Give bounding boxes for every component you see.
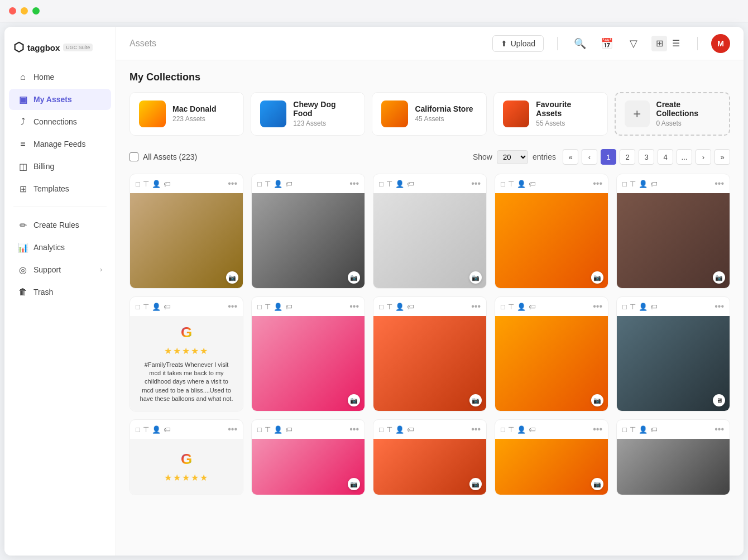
prev-page-button[interactable]: ‹ <box>582 149 597 165</box>
separator2 <box>697 37 698 50</box>
upload-button[interactable]: ⬆ Upload <box>492 35 544 52</box>
collection-chewy[interactable]: Chewy Dog Food 123 Assets <box>251 92 365 136</box>
asset-icons: □ ⊤ 👤 🏷 <box>501 425 536 434</box>
asset-icon-1: □ <box>379 303 383 311</box>
calendar-icon[interactable]: 📅 <box>598 35 616 52</box>
asset-header: □ ⊤ 👤 🏷 ••• <box>252 297 365 316</box>
asset-icon-2: ⊤ <box>386 180 392 188</box>
asset-icon-2: ⊤ <box>508 180 514 188</box>
grid-view-icon[interactable]: ⊞ <box>651 36 667 51</box>
more-options-button[interactable]: ••• <box>715 179 724 189</box>
collection-favourite[interactable]: Favourite Assets 55 Assets <box>493 92 608 136</box>
asset-header: □ ⊤ 👤 🏷 ••• <box>130 297 243 316</box>
source-badge: 📷 <box>591 394 603 406</box>
google-g-2: G <box>181 451 192 468</box>
more-options-button[interactable]: ••• <box>228 179 237 189</box>
source-badge: 📷 <box>348 394 360 406</box>
asset-icon-1: □ <box>136 303 140 311</box>
asset-header: □ ⊤ 👤 🏷 ••• <box>617 420 730 439</box>
collection-california[interactable]: California Store 45 Assets <box>372 92 486 136</box>
more-options-button[interactable]: ••• <box>471 424 481 434</box>
assets-icon: ▣ <box>18 94 28 104</box>
collection-mac-donald[interactable]: Mac Donald 223 Assets <box>130 92 244 136</box>
sidebar-item-manage-feeds[interactable]: ≡ Manage Feeds <box>9 133 111 155</box>
more-options-button[interactable]: ••• <box>471 179 481 189</box>
more-options-button[interactable]: ••• <box>593 301 602 312</box>
first-page-button[interactable]: « <box>563 149 578 165</box>
close-button[interactable] <box>9 7 16 15</box>
asset-icons: □ ⊤ 👤 🏷 <box>379 425 414 434</box>
select-all-checkbox[interactable] <box>130 152 138 161</box>
asset-card: □ ⊤ 👤 🏷 ••• 📷 <box>373 174 487 289</box>
next-page-button[interactable]: › <box>696 149 711 165</box>
more-options-button[interactable]: ••• <box>228 424 237 434</box>
filter-icon[interactable]: ▽ <box>625 35 642 52</box>
more-options-button[interactable]: ••• <box>471 301 481 312</box>
collection-name: California Store <box>415 104 473 113</box>
asset-icon-2: ⊤ <box>630 303 636 311</box>
asset-icon-4: 🏷 <box>407 180 414 188</box>
asset-card-review-2: □ ⊤ 👤 🏷 ••• G ★★★★★ <box>130 419 243 495</box>
asset-icon-1: □ <box>501 180 505 188</box>
sidebar-item-label: My Assets <box>33 95 72 104</box>
sidebar-item-analytics[interactable]: 📊 Analytics <box>9 237 111 258</box>
more-options-button[interactable]: ••• <box>349 301 359 312</box>
collection-name: Chewy Dog Food <box>293 100 356 118</box>
sidebar-item-templates[interactable]: ⊞ Templates <box>9 178 111 199</box>
collection-info: Create Collections 0 Assets <box>656 100 721 128</box>
sidebar-item-billing[interactable]: ◫ Billing <box>9 156 111 177</box>
asset-icon-4: 🏷 <box>650 425 658 434</box>
avatar[interactable]: M <box>711 34 730 53</box>
minimize-button[interactable] <box>21 7 28 15</box>
asset-icon-1: □ <box>136 425 140 434</box>
sidebar-item-create-rules[interactable]: ✏ Create Rules <box>9 214 111 236</box>
asset-icons: □ ⊤ 👤 🏷 <box>136 303 171 311</box>
more-options-button[interactable]: ••• <box>593 424 602 434</box>
asset-icon-1: □ <box>622 425 627 434</box>
asset-header: □ ⊤ 👤 🏷 ••• <box>617 174 730 193</box>
entries-select[interactable]: 20 10 50 100 <box>497 150 528 164</box>
asset-icon-1: □ <box>257 303 262 311</box>
assets-toolbar: All Assets (223) Show 20 10 50 100 entri… <box>130 149 730 165</box>
asset-header: □ ⊤ 👤 🏷 ••• <box>130 174 243 193</box>
rules-icon: ✏ <box>18 220 28 230</box>
sidebar-item-trash[interactable]: 🗑 Trash <box>9 281 111 303</box>
asset-icons: □ ⊤ 👤 🏷 <box>622 425 658 434</box>
collection-info: California Store 45 Assets <box>415 104 473 123</box>
more-options-button[interactable]: ••• <box>593 179 602 189</box>
sidebar-item-support[interactable]: ◎ Support › <box>9 259 111 280</box>
asset-icon-4: 🏷 <box>164 303 171 311</box>
page-1-button[interactable]: 1 <box>601 149 616 165</box>
sidebar-item-my-assets[interactable]: ▣ My Assets <box>9 89 111 110</box>
source-badge: 📷 <box>469 271 482 284</box>
asset-header: □ ⊤ 👤 🏷 ••• <box>373 297 486 316</box>
more-options-button[interactable]: ••• <box>349 179 359 189</box>
sidebar-item-label: Trash <box>33 288 53 296</box>
asset-header: □ ⊤ 👤 🏷 ••• <box>495 174 608 193</box>
show-label: Show <box>473 152 492 161</box>
asset-image: 📷 <box>373 193 486 288</box>
more-options-button[interactable]: ••• <box>715 301 724 312</box>
page-ellipsis: ... <box>677 149 692 165</box>
page-3-button[interactable]: 3 <box>639 149 654 165</box>
maximize-button[interactable] <box>32 7 40 15</box>
page-2-button[interactable]: 2 <box>620 149 635 165</box>
separator <box>557 37 558 50</box>
more-options-button[interactable]: ••• <box>228 301 237 312</box>
search-icon[interactable]: 🔍 <box>571 35 589 52</box>
list-view-icon[interactable]: ☰ <box>668 36 684 51</box>
asset-icon-1: □ <box>257 180 262 188</box>
page-4-button[interactable]: 4 <box>658 149 673 165</box>
asset-icon-1: □ <box>379 180 383 188</box>
asset-icon-2: ⊤ <box>386 425 392 434</box>
connections-icon: ⤴ <box>18 117 28 127</box>
more-options-button[interactable]: ••• <box>715 424 724 434</box>
sidebar: ⬡ taggbox UGC Suite ⌂ Home ▣ My Assets ⤴… <box>4 27 116 556</box>
asset-icon-4: 🏷 <box>529 303 536 311</box>
sidebar-item-home[interactable]: ⌂ Home <box>9 66 111 88</box>
create-collection-card[interactable]: + Create Collections 0 Assets <box>615 92 730 136</box>
sidebar-item-connections[interactable]: ⤴ Connections <box>9 111 111 132</box>
show-row: Show 20 10 50 100 entries <box>473 150 556 164</box>
more-options-button[interactable]: ••• <box>349 424 359 434</box>
last-page-button[interactable]: » <box>715 149 730 165</box>
